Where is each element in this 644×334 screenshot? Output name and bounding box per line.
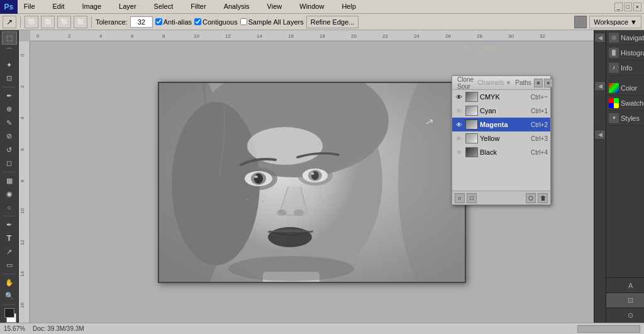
tool-gradient[interactable]: ▦ [2, 174, 17, 187]
svg-text:16: 16 [288, 33, 294, 39]
channel-row-black[interactable]: 👁 Black Ctrl+4 [452, 145, 550, 159]
panel-tab-clone[interactable]: Clone Sour [455, 75, 476, 91]
channel-row-magenta[interactable]: 👁 Magenta Ctrl+2 [452, 118, 550, 131]
svg-text:8: 8 [162, 33, 165, 39]
svg-point-49 [253, 203, 254, 204]
menu-select[interactable]: Select [150, 3, 177, 10]
tool-btn-3[interactable]: ⬜ [57, 16, 71, 28]
menu-analysis[interactable]: Analysis [220, 3, 253, 10]
panel-tab-paths[interactable]: Paths [513, 78, 534, 87]
tool-crop[interactable]: ⊡ [2, 72, 17, 85]
menu-help[interactable]: Help [338, 3, 360, 10]
tool-eraser[interactable]: ◻ [2, 157, 17, 169]
tool-zoom[interactable]: 🔍 [2, 290, 17, 303]
navigator-icon: ◎ [609, 33, 619, 43]
ruler-horizontal: 0 2 4 6 8 10 12 14 16 18 20 22 24 26 28 … [30, 30, 594, 42]
channel-btn-save[interactable]: ⬡ [526, 193, 536, 203]
collapse-btn-2[interactable]: ◀ [594, 81, 606, 91]
maximize-btn[interactable]: □ [624, 3, 632, 11]
channel-thumb-magenta [465, 120, 478, 130]
svg-text:30: 30 [508, 33, 514, 39]
tool-arrow[interactable]: ↗ [3, 16, 16, 28]
svg-text:26: 26 [445, 33, 451, 39]
svg-text:32: 32 [540, 33, 545, 39]
svg-text:22: 22 [382, 33, 388, 39]
tool-pen[interactable]: ✒ [2, 218, 17, 231]
panel-bottom-a[interactable]: A [606, 277, 644, 292]
channel-row-cyan[interactable]: 👁 Cyan Ctrl+1 [452, 104, 550, 118]
menu-file[interactable]: File [20, 3, 39, 10]
channel-eye-black[interactable]: 👁 [455, 148, 464, 157]
contiguous-checkbox[interactable]: Contiguous [194, 18, 238, 26]
panel-color[interactable]: Color [606, 81, 644, 96]
collapse-btn-3[interactable]: ◀ [594, 130, 606, 140]
tolerance-input[interactable] [130, 16, 153, 28]
channel-eye-cmyk[interactable]: 👁 [455, 92, 464, 101]
menu-view[interactable]: View [264, 3, 286, 10]
channel-eye-cyan[interactable]: 👁 [455, 106, 464, 115]
foreground-color[interactable] [4, 308, 14, 318]
panel-close-btn[interactable]: × [544, 79, 553, 87]
panel-styles[interactable]: ✦ Styles [606, 111, 644, 126]
close-btn[interactable]: × [633, 3, 641, 11]
sample-all-checkbox[interactable]: Sample All Layers [240, 18, 304, 26]
panel-tab-close[interactable]: × [505, 79, 511, 86]
photo-frame[interactable]: ↗ [158, 82, 466, 283]
minimize-btn[interactable]: _ [614, 3, 623, 11]
channel-name-black: Black [480, 148, 529, 156]
tool-text[interactable]: T [2, 232, 17, 245]
tool-eyedropper[interactable]: ✒ [2, 89, 17, 102]
tool-blur[interactable]: ◉ [2, 187, 17, 200]
tool-btn-4[interactable]: ⬜ [74, 16, 87, 28]
panel-menu-btn[interactable]: ≡ [534, 79, 543, 87]
menu-layer[interactable]: Layer [115, 3, 140, 10]
left-toolbar: ⬚ ⌒ ✦ ⊡ ✒ ⊕ ✎ ⊘ ↺ ◻ ▦ ◉ ○ ✒ T ↗ ▭ ✋ 🔍 [0, 30, 19, 323]
tool-marquee[interactable]: ⬚ [2, 31, 17, 45]
channel-name-cmyk: CMYK [480, 93, 529, 101]
channel-row-cmyk[interactable]: 👁 CMYK Ctrl+~ [452, 90, 550, 104]
svg-text:0: 0 [19, 53, 25, 57]
tool-history-brush[interactable]: ↺ [2, 143, 17, 156]
menu-edit[interactable]: Edit [49, 3, 69, 10]
histogram-icon: ▓ [609, 48, 619, 58]
panel-bottom-c[interactable]: ⊙ [606, 308, 644, 323]
tool-path-select[interactable]: ↗ [2, 245, 17, 258]
tool-heal[interactable]: ⊕ [2, 103, 17, 116]
tool-shape[interactable]: ▭ [2, 259, 17, 272]
anti-alias-checkbox[interactable]: Anti-alias [155, 18, 192, 26]
tool-brush[interactable]: ✎ [2, 116, 17, 129]
svg-text:20: 20 [351, 33, 357, 39]
tool-hand[interactable]: ✋ [2, 276, 17, 289]
channel-btn-load[interactable]: □ [467, 193, 477, 203]
tool-clone[interactable]: ⊘ [2, 130, 17, 142]
tool-magic-wand[interactable]: ✦ [2, 58, 17, 71]
channel-row-yellow[interactable]: 👁 Yellow Ctrl+3 [452, 131, 550, 145]
tool-lasso[interactable]: ⌒ [2, 45, 17, 58]
menu-filter[interactable]: Filter [187, 3, 209, 10]
tool-btn-2[interactable]: ⬜ [41, 16, 55, 28]
channel-btn-delete[interactable]: 🗑 [538, 193, 548, 203]
menu-window[interactable]: Window [296, 3, 328, 10]
panel-bottom-b[interactable]: ⊡ [606, 292, 644, 308]
channel-thumb-black [465, 147, 478, 157]
tool-btn-1[interactable]: ⬜ [25, 16, 38, 28]
workspace-button[interactable]: Workspace ▼ [589, 16, 641, 28]
refine-edge-button[interactable]: Refine Edge... [306, 16, 359, 28]
channel-thumb-cyan [465, 106, 478, 116]
svg-point-45 [277, 209, 287, 216]
panel-histogram[interactable]: ▓ Histogram [606, 45, 644, 60]
collapse-btn-1[interactable]: ◀ [594, 33, 606, 43]
tool-dodge[interactable]: ○ [2, 201, 17, 214]
panel-swatches[interactable]: Swatches [606, 96, 644, 111]
channel-btn-new[interactable]: ○ [455, 193, 465, 203]
channel-eye-magenta[interactable]: 👁 [455, 120, 464, 129]
menu-image[interactable]: Image [79, 3, 106, 10]
styles-icon: ✦ [609, 113, 619, 123]
panel-navigator[interactable]: ◎ Navigator [606, 30, 644, 45]
channel-eye-yellow[interactable]: 👁 [455, 134, 464, 143]
channel-thumb-cmyk [465, 92, 478, 102]
svg-text:2: 2 [19, 85, 25, 88]
panel-info[interactable]: i Info [606, 60, 644, 75]
panel-footer: ○ □ ⬡ 🗑 [452, 191, 550, 204]
channel-shortcut-magenta: Ctrl+2 [531, 121, 548, 128]
